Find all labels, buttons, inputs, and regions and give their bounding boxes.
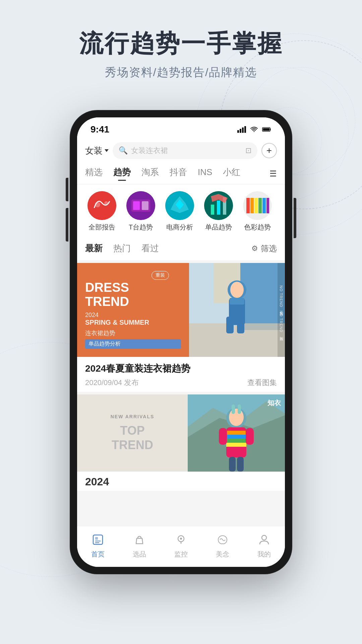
svg-rect-30 <box>226 317 234 333</box>
card-info-1: 2024春夏童装连衣裙趋势 2020/09/04 发布 查看图集 <box>77 357 285 392</box>
top-trend-text: TOP TREND <box>112 423 153 452</box>
card-left-panel: 重装 DRESS TREND 2024 SPRING & SUMMER 连衣裙趋… <box>77 263 189 357</box>
nav-profile[interactable]: 我的 <box>243 532 285 559</box>
svg-rect-18 <box>246 198 250 213</box>
cat-single[interactable]: 单品趋势 <box>199 191 238 232</box>
cat-label-single: 单品趋势 <box>205 223 232 232</box>
nav-aesthetic[interactable]: 美念 <box>202 532 243 559</box>
trend-card-2[interactable]: NEW ARRIVALS TOP TREND <box>77 394 285 491</box>
home-icon <box>90 532 106 548</box>
header-subtitle: 秀场资料/趋势报告/品牌精选 <box>0 65 362 80</box>
category-selector[interactable]: 女装 <box>85 145 109 157</box>
card-subtitle: 连衣裙趋势 <box>85 329 181 337</box>
search-placeholder: 女装连衣裙 <box>131 146 168 156</box>
cat-label-all: 全部报告 <box>88 223 115 232</box>
new-arrivals-label: NEW ARRIVALS <box>111 414 155 419</box>
header-title: 流行趋势一手掌握 <box>0 30 362 57</box>
svg-rect-52 <box>95 537 98 540</box>
cat-circle-ecommerce <box>165 191 194 220</box>
nav-home[interactable]: 首页 <box>77 532 119 559</box>
bottom-navigation: 首页 选品 <box>77 526 285 567</box>
category-label: 女装 <box>85 145 103 157</box>
svg-rect-33 <box>230 298 244 305</box>
svg-rect-48 <box>246 428 254 445</box>
view-gallery-button[interactable]: 查看图集 <box>247 378 277 388</box>
filter-viewed[interactable]: 看过 <box>141 243 159 254</box>
card2-left-panel: NEW ARRIVALS TOP TREND <box>77 394 188 472</box>
wifi-icon <box>249 126 259 133</box>
search-icon: 🔍 <box>119 146 128 155</box>
svg-rect-44 <box>226 447 246 451</box>
dress-badge: 重装 <box>152 271 169 280</box>
cat-circle-color <box>243 191 272 220</box>
svg-rect-31 <box>237 317 244 333</box>
filter-tabs: 最新 热门 看过 <box>85 243 159 254</box>
filter-latest[interactable]: 最新 <box>85 243 103 254</box>
card-meta-1: 2020/09/04 发布 查看图集 <box>85 378 277 388</box>
content-area: 重装 DRESS TREND 2024 SPRING & SUMMER 连衣裙趋… <box>77 260 285 567</box>
svg-point-4 <box>104 201 108 205</box>
cat-runway[interactable]: T台趋势 <box>121 191 160 232</box>
volume-up-button <box>66 178 68 201</box>
dress-trend-title-2: TREND <box>85 295 181 309</box>
monitor-icon <box>173 532 189 548</box>
svg-rect-40 <box>226 431 246 435</box>
dress-trend-title-1: DRESS <box>85 281 181 295</box>
nav-select[interactable]: 选品 <box>119 532 160 559</box>
card-season: SPRING & SUMMER <box>85 319 181 326</box>
card-image-2: NEW ARRIVALS TOP TREND <box>77 394 285 472</box>
category-circles: 全部报告 T台趋势 <box>77 184 285 235</box>
svg-rect-21 <box>258 198 262 213</box>
filter-icon: ⚙ <box>251 244 258 253</box>
card-date: 2020/09/04 发布 <box>85 378 139 388</box>
status-bar: 9:41 <box>77 117 285 138</box>
svg-rect-1 <box>263 128 269 131</box>
svg-rect-8 <box>142 201 148 210</box>
add-button[interactable]: + <box>261 143 277 158</box>
card-year: 2024 <box>85 312 181 319</box>
tab-taox[interactable]: 淘系 <box>141 166 159 181</box>
svg-point-2 <box>87 191 116 220</box>
svg-rect-47 <box>219 428 227 445</box>
tab-xiaohong[interactable]: 小红 <box>223 166 240 181</box>
signal-icon <box>237 126 246 133</box>
scan-icon[interactable]: ⊡ <box>245 146 251 155</box>
svg-rect-50 <box>237 457 244 472</box>
svg-point-32 <box>230 282 244 298</box>
tab-ins[interactable]: INS <box>198 167 212 180</box>
filter-label: 筛选 <box>261 243 277 254</box>
top-navigation: 女装 🔍 女装连衣裙 ⊡ + <box>77 138 285 163</box>
search-bar[interactable]: 🔍 女装连衣裙 ⊡ <box>113 142 257 159</box>
tab-more-icon[interactable]: ☰ <box>269 169 277 178</box>
status-time: 9:41 <box>90 124 109 135</box>
power-button <box>294 198 296 238</box>
tab-jingxuan[interactable]: 精选 <box>85 166 103 181</box>
status-icons <box>237 126 272 133</box>
battery-icon <box>262 126 272 133</box>
card-title-1: 2024春夏童装连衣裙趋势 <box>85 362 277 375</box>
filter-button[interactable]: ⚙ 筛选 <box>251 243 277 254</box>
svg-rect-42 <box>226 439 246 443</box>
svg-rect-22 <box>262 198 266 213</box>
nav-home-label: 首页 <box>91 550 105 559</box>
zhiyi-badge: 知衣 <box>267 398 281 408</box>
svg-rect-41 <box>226 435 246 439</box>
svg-rect-45 <box>232 405 235 414</box>
filter-hot[interactable]: 热门 <box>113 243 131 254</box>
cat-color[interactable]: 色彩趋势 <box>238 191 277 232</box>
svg-rect-7 <box>133 201 140 210</box>
tab-qushi[interactable]: 趋势 <box>113 166 131 181</box>
svg-rect-14 <box>217 201 220 215</box>
filter-bar: 最新 热门 看过 ⚙ 筛选 <box>77 236 285 260</box>
side-text-strip: NO TREND 知衣 NO TREND 知衣 <box>278 263 285 357</box>
svg-rect-20 <box>254 198 258 213</box>
cat-all-reports[interactable]: 全部报告 <box>82 191 121 232</box>
tab-navigation: 精选 趋势 淘系 抖音 INS 小红 ☰ <box>77 163 285 184</box>
svg-rect-46 <box>238 405 241 414</box>
phone-frame: 9:41 <box>70 111 292 574</box>
trend-card-1[interactable]: 重装 DRESS TREND 2024 SPRING & SUMMER 连衣裙趋… <box>77 263 285 392</box>
cat-circle-runway <box>126 191 155 220</box>
cat-ecommerce[interactable]: 电商分析 <box>160 191 199 232</box>
nav-monitor[interactable]: 监控 <box>160 532 202 559</box>
tab-douyin[interactable]: 抖音 <box>170 166 187 181</box>
